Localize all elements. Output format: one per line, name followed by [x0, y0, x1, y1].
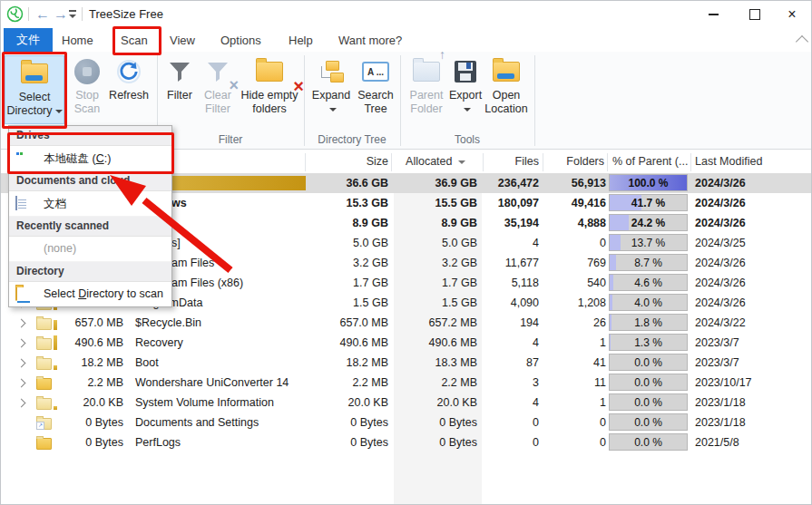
folder-icon: [36, 358, 52, 370]
header-percent-of-parent[interactable]: % of Parent (...: [612, 155, 689, 168]
size-value: 2.2 MB: [309, 376, 388, 389]
clear-filter-icon: [206, 60, 230, 83]
table-row[interactable]: 657.0 MB $Recycle.Bin 657.0 MB 657.2 MB …: [1, 313, 812, 333]
folder-icon: [36, 418, 52, 430]
tree-size: 0 Bytes: [55, 416, 123, 429]
expand-chevron-icon[interactable]: [17, 339, 26, 348]
filter-button[interactable]: Filter: [162, 54, 197, 102]
sort-caret-icon: [458, 160, 465, 164]
export-button[interactable]: Export: [449, 54, 482, 115]
table-row[interactable]: 0 Bytes PerfLogs 0 Bytes 0 Bytes 0 0 0.0…: [1, 432, 812, 452]
search-tree-button[interactable]: A ... Search Tree: [355, 54, 396, 116]
size-value: 0 Bytes: [309, 416, 388, 429]
menu-item-local-disk-c[interactable]: 本地磁盘 (C:): [9, 146, 171, 171]
tree-size: 490.6 MB: [55, 336, 123, 349]
folders-count: 1: [545, 396, 606, 409]
folders-count: 11: [545, 376, 606, 389]
header-last-modified[interactable]: Last Modified: [695, 155, 804, 168]
percent-of-parent-bar: 0.0 %: [609, 374, 688, 391]
menu-item-select-directory-to-scan[interactable]: Select Directory to scan: [9, 282, 171, 306]
header-allocated[interactable]: Allocated: [391, 155, 465, 168]
allocated-value: 5.0 GB: [398, 237, 477, 249]
hide-empty-folders-button[interactable]: × Hide empty folders: [239, 54, 300, 116]
table-row[interactable]: 490.6 MB Recovery 490.6 MB 490.6 MB 4 1 …: [1, 333, 812, 353]
column-separator: [690, 153, 691, 171]
minimize-button[interactable]: [692, 1, 734, 28]
tab-options[interactable]: Options: [220, 28, 261, 52]
search-tree-icon: A ...: [362, 62, 389, 82]
percent-of-parent-bar: 1.3 %: [609, 334, 688, 351]
back-icon[interactable]: ←: [35, 4, 50, 25]
expand-chevron-icon[interactable]: [17, 399, 26, 408]
expand-chevron-icon[interactable]: [17, 379, 26, 388]
table-row[interactable]: 2.2 MB Wondershare UniConverter 14 2.2 M…: [1, 373, 812, 393]
refresh-button[interactable]: Refresh: [106, 54, 152, 102]
open-location-button[interactable]: Open Location: [484, 54, 529, 116]
folder-name: Recovery: [135, 336, 183, 349]
group-label-directory-tree: Directory Tree: [306, 133, 398, 146]
folder-name: Boot: [135, 356, 159, 369]
expand-tree-icon: [318, 61, 344, 83]
size-value: 20.0 KB: [309, 396, 388, 409]
folders-count: 0: [545, 436, 606, 449]
percent-of-parent-bar: 0.0 %: [609, 354, 688, 371]
last-modified-value: 2024/3/26: [695, 296, 746, 309]
table-row[interactable]: 0 Bytes Documents and Settings 0 Bytes 0…: [1, 413, 812, 432]
document-icon: [15, 196, 17, 210]
folder-icon: [21, 63, 48, 83]
expand-button[interactable]: Expand: [309, 54, 353, 115]
tab-home[interactable]: Home: [62, 28, 93, 52]
header-folders[interactable]: Folders: [543, 155, 604, 168]
size-value: 1.5 GB: [309, 296, 388, 309]
close-button[interactable]: ×: [771, 1, 812, 28]
percent-label: 4.0 %: [610, 296, 687, 309]
folder-name: $Recycle.Bin: [135, 316, 201, 329]
files-count: 0: [484, 436, 539, 449]
titlebar: ← → TreeSize Free ×: [1, 1, 811, 28]
expand-chevron-icon[interactable]: [17, 359, 26, 368]
column-separator: [607, 153, 608, 171]
table-row[interactable]: 20.0 KB System Volume Information 20.0 K…: [1, 393, 812, 413]
forward-icon[interactable]: →: [54, 4, 68, 25]
menu-item-documents[interactable]: 文档: [9, 191, 171, 217]
quick-access-caret-icon[interactable]: [68, 9, 77, 20]
tab-view[interactable]: View: [170, 28, 195, 52]
select-directory-button[interactable]: Select Directory: [5, 55, 64, 124]
size-value: 18.2 MB: [309, 356, 388, 369]
files-count: 35,194: [484, 217, 539, 229]
minimize-icon: [709, 14, 719, 15]
last-modified-value: 2023/1/18: [695, 396, 746, 409]
folder-name-fragment: s]: [171, 237, 181, 249]
red-x-icon: ×: [293, 78, 304, 94]
percent-of-parent-bar: 24.2 %: [609, 214, 688, 231]
tab-scan[interactable]: Scan: [121, 28, 148, 52]
last-modified-value: 2024/3/26: [695, 277, 746, 289]
ribbon-tabs: 文件 Home Scan View Options Help Want more…: [1, 28, 811, 53]
percent-label: 0.0 %: [610, 356, 687, 369]
tab-help[interactable]: Help: [289, 28, 313, 52]
allocated-value: 1.7 GB: [398, 277, 477, 289]
menu-header-recently-scanned: Recently scanned: [9, 217, 171, 237]
table-row[interactable]: 18.2 MB Boot 18.2 MB 18.3 MB 87 41 0.0 %…: [1, 353, 812, 373]
folder-icon: [36, 438, 52, 450]
header-size[interactable]: Size: [309, 155, 388, 168]
allocated-value: 2.2 MB: [398, 376, 477, 389]
maximize-button[interactable]: [734, 1, 776, 28]
tab-want-more[interactable]: Want more?: [338, 28, 402, 52]
parent-folder-button: ↑ Parent Folder: [406, 54, 447, 116]
last-modified-value: 2024/3/22: [695, 316, 746, 329]
percent-label: 100.0 %: [610, 177, 687, 189]
window-title: TreeSize Free: [89, 7, 163, 21]
header-files[interactable]: Files: [484, 155, 539, 168]
tab-file[interactable]: 文件: [4, 28, 53, 52]
expand-chevron-icon[interactable]: [17, 319, 26, 328]
folders-count: 41: [545, 356, 606, 369]
percent-label: 0.0 %: [610, 376, 687, 389]
last-modified-value: 2021/5/8: [695, 436, 739, 449]
folders-count: 49,416: [545, 197, 606, 209]
folder-icon: [15, 286, 17, 301]
last-modified-value: 2024/3/26: [695, 177, 746, 189]
column-separator: [483, 153, 484, 171]
size-value: 1.7 GB: [309, 277, 388, 289]
percent-label: 0.0 %: [610, 436, 687, 449]
